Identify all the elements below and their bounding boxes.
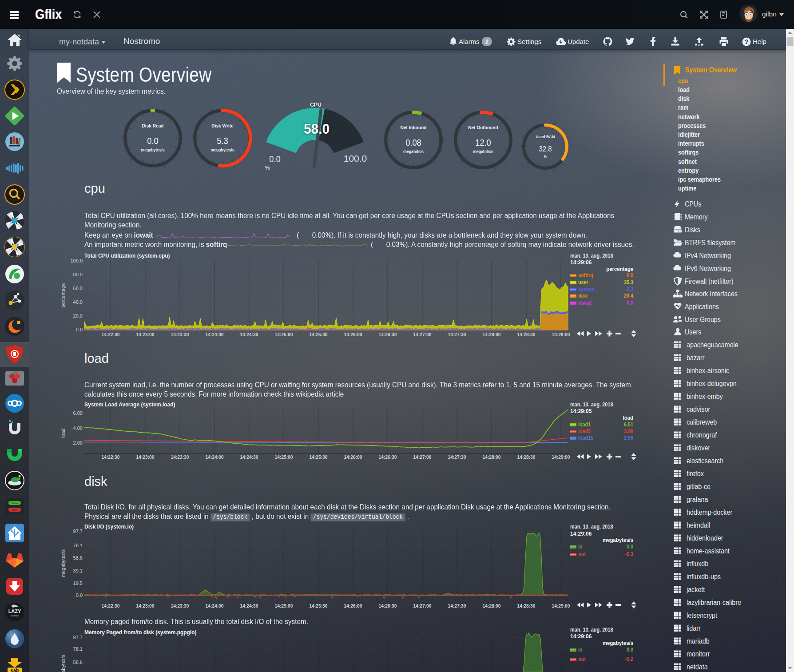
- svg-text:14:23:30: 14:23:30: [171, 603, 189, 608]
- svg-text:14:23:30: 14:23:30: [171, 332, 189, 337]
- svg-text:firefox: firefox: [687, 469, 704, 478]
- svg-text:14:23:00: 14:23:00: [136, 454, 155, 460]
- svg-text:chronograf: chronograf: [687, 431, 717, 439]
- svg-text:2.68: 2.68: [624, 428, 633, 434]
- svg-text:14:23:00: 14:23:00: [136, 603, 155, 608]
- svg-text:lidarr: lidarr: [687, 624, 701, 632]
- svg-text:CPU: CPU: [310, 101, 322, 108]
- svg-text:user: user: [578, 279, 588, 286]
- svg-text:14:29:00: 14:29:00: [552, 603, 570, 608]
- svg-text:influxdb: influxdb: [687, 560, 708, 568]
- svg-text:14:27:30: 14:27:30: [448, 332, 466, 337]
- svg-text:14:26:30: 14:26:30: [379, 603, 397, 608]
- svg-text:2.3: 2.3: [627, 286, 633, 292]
- svg-text:14:29:05: 14:29:05: [570, 408, 592, 414]
- svg-text:6.00: 6.00: [73, 410, 83, 416]
- svg-text:14:28:30: 14:28:30: [517, 454, 536, 460]
- svg-text:14:22:30: 14:22:30: [102, 603, 120, 608]
- svg-text:Firewall (netfilter): Firewall (netfilter): [685, 277, 734, 286]
- svg-text:14:24:30: 14:24:30: [240, 603, 258, 608]
- svg-text:sab: sab: [11, 668, 19, 672]
- svg-text:%: %: [265, 164, 270, 171]
- svg-text:14:29:00: 14:29:00: [552, 332, 570, 337]
- svg-text:0.0: 0.0: [269, 154, 280, 164]
- svg-text:diskover: diskover: [687, 444, 710, 452]
- svg-text:LAZY: LAZY: [8, 608, 21, 614]
- svg-text:32.8: 32.8: [539, 145, 552, 153]
- svg-text:14:28:30: 14:28:30: [517, 603, 536, 608]
- svg-text:40.0: 40.0: [73, 299, 83, 305]
- svg-text:5.3: 5.3: [217, 135, 228, 146]
- svg-text:jackett: jackett: [686, 585, 705, 594]
- svg-text:load5: load5: [578, 428, 591, 434]
- svg-text:0.0: 0.0: [147, 135, 158, 146]
- svg-text:14:22:30: 14:22:30: [102, 454, 120, 460]
- svg-text:uptime: uptime: [678, 184, 696, 192]
- svg-text:14:24:30: 14:24:30: [240, 332, 258, 337]
- svg-text:14:25:30: 14:25:30: [310, 454, 328, 460]
- svg-text:netdata: netdata: [687, 663, 708, 671]
- svg-text:in: in: [578, 647, 583, 653]
- svg-text:megabytes/s: megabytes/s: [141, 147, 165, 152]
- svg-text:%: %: [544, 154, 547, 159]
- svg-text:20.0: 20.0: [73, 313, 83, 318]
- svg-text:14:29:00: 14:29:00: [552, 454, 570, 460]
- svg-text:load: load: [678, 86, 690, 93]
- svg-text:14:28:00: 14:28:00: [483, 332, 501, 337]
- svg-text:97.7: 97.7: [73, 635, 83, 640]
- svg-text:Memory: Memory: [685, 213, 708, 221]
- svg-text:hddtemp-docker: hddtemp-docker: [687, 508, 732, 517]
- svg-text:influxdb-ups: influxdb-ups: [687, 573, 721, 581]
- svg-text:man. 13. aug. 2018: man. 13. aug. 2018: [570, 628, 613, 633]
- svg-text:14:25:00: 14:25:00: [275, 603, 293, 608]
- svg-text:Net Outbound: Net Outbound: [468, 125, 498, 130]
- svg-text:nice: nice: [578, 293, 588, 299]
- svg-text:processes: processes: [678, 122, 706, 129]
- svg-text:14:27:30: 14:27:30: [448, 454, 466, 460]
- svg-text:Memory Paged from/to disk (sys: Memory Paged from/to disk (system.pgpgio…: [84, 629, 197, 636]
- svg-text:14:25:00: 14:25:00: [275, 454, 293, 460]
- svg-text:35.3: 35.3: [624, 279, 633, 286]
- svg-text:100.0: 100.0: [70, 258, 83, 263]
- svg-text:14:24:00: 14:24:00: [206, 332, 224, 337]
- svg-text:0.0: 0.0: [627, 544, 633, 550]
- svg-text:softirqs: softirqs: [678, 148, 699, 156]
- svg-text:librarian: librarian: [11, 614, 19, 617]
- svg-text:load: load: [623, 415, 633, 421]
- svg-text:19.5: 19.5: [73, 581, 83, 586]
- svg-text:39.1: 39.1: [73, 568, 83, 573]
- svg-text:interrupts: interrupts: [678, 139, 704, 147]
- svg-text:-5.3: -5.3: [625, 551, 633, 557]
- svg-text:letsencrypt: letsencrypt: [687, 611, 717, 620]
- svg-text:home-assistant: home-assistant: [687, 547, 730, 555]
- svg-text:out: out: [578, 551, 586, 557]
- svg-text:14:26:30: 14:26:30: [379, 454, 397, 460]
- svg-text:apacheguacamole: apacheguacamole: [687, 341, 738, 349]
- svg-text:man. 13. aug. 2018: man. 13. aug. 2018: [570, 402, 613, 408]
- svg-text:2.06: 2.06: [624, 435, 633, 441]
- svg-text:calibreweb: calibreweb: [687, 418, 717, 426]
- svg-text:load1: load1: [578, 421, 591, 428]
- svg-text:cpu: cpu: [678, 77, 688, 84]
- svg-text:4.00: 4.00: [73, 425, 83, 431]
- svg-text:14:24:30: 14:24:30: [240, 454, 258, 460]
- svg-text:78.1: 78.1: [73, 646, 83, 652]
- svg-text:Disks: Disks: [685, 226, 700, 234]
- svg-text:Disk Write: Disk Write: [211, 123, 233, 128]
- svg-text:Offline: Offline: [12, 509, 18, 511]
- svg-text:80.0: 80.0: [73, 272, 83, 277]
- svg-text:percentage: percentage: [60, 283, 66, 307]
- svg-text:man. 13. aug. 2018: man. 13. aug. 2018: [570, 524, 613, 530]
- svg-text:14:23:30: 14:23:30: [171, 454, 189, 460]
- svg-text:100.0: 100.0: [344, 153, 367, 163]
- svg-text:entropy: entropy: [678, 167, 699, 174]
- svg-text:megabytes/s: megabytes/s: [603, 640, 633, 646]
- svg-text:14:23:00: 14:23:00: [136, 332, 155, 337]
- svg-text:binhex-delugevpn: binhex-delugevpn: [687, 379, 737, 388]
- svg-text:0.0: 0.0: [627, 647, 633, 653]
- svg-text:lazylibrarian-calibre: lazylibrarian-calibre: [687, 598, 741, 607]
- svg-text:14:25:30: 14:25:30: [310, 332, 328, 337]
- svg-text:iowait: iowait: [578, 300, 592, 306]
- svg-text:Total CPU utilization (system.: Total CPU utilization (system.cpu): [84, 252, 170, 259]
- svg-text:System Overview: System Overview: [685, 66, 737, 74]
